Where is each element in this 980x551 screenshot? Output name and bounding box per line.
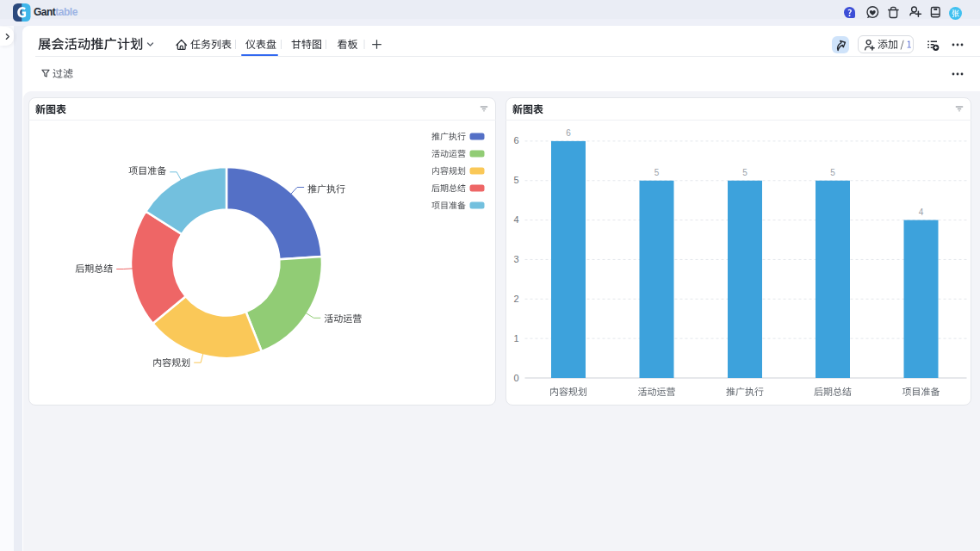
svg-text:6: 6	[566, 128, 571, 138]
svg-text:5: 5	[742, 168, 747, 177]
svg-text:4: 4	[513, 214, 518, 225]
svg-text:0: 0	[513, 373, 518, 383]
svg-text:2: 2	[513, 294, 518, 304]
svg-text:6: 6	[513, 135, 518, 145]
svg-text:1: 1	[513, 333, 518, 344]
svg-text:4: 4	[918, 207, 923, 217]
svg-text:5: 5	[830, 168, 835, 177]
svg-text:3: 3	[513, 254, 518, 264]
svg-text:5: 5	[513, 175, 518, 185]
svg-text:5: 5	[654, 168, 659, 177]
